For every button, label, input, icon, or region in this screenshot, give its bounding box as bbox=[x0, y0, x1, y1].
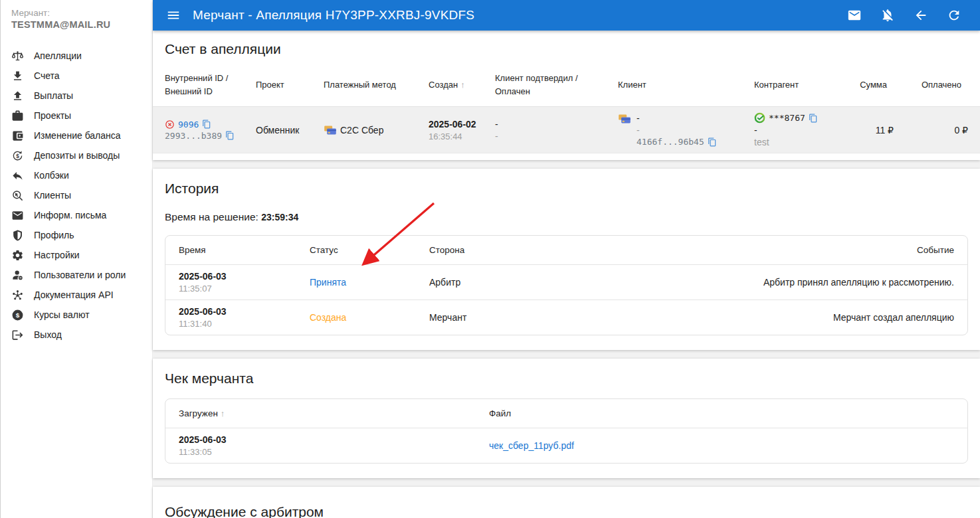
client-card-number: 4166f...96b45 bbox=[637, 137, 704, 147]
col-time: Время bbox=[179, 236, 310, 264]
sidebar-item-label: Документация API bbox=[34, 290, 114, 300]
wallet-icon bbox=[11, 130, 24, 142]
sidebar-item-label: Проекты bbox=[34, 110, 71, 121]
merchant-email: TESTMMA@MAIL.RU bbox=[1, 18, 152, 30]
copy-icon[interactable] bbox=[708, 137, 717, 147]
col-counterparty: Контрагент bbox=[754, 70, 847, 100]
copy-icon[interactable] bbox=[809, 114, 818, 123]
copy-icon[interactable] bbox=[225, 131, 235, 140]
sidebar-item-appeals[interactable]: Апелляции bbox=[1, 46, 152, 66]
sidebar-item-label: Информ. письма bbox=[34, 210, 106, 220]
history-section-title: История bbox=[165, 181, 968, 197]
payment-method-label: C2C Сбер bbox=[340, 125, 383, 135]
appbar-actions bbox=[847, 8, 967, 23]
menu-icon[interactable] bbox=[166, 8, 181, 23]
confirmed-cell: - - bbox=[495, 119, 618, 141]
sidebar-item-logout[interactable]: Выход bbox=[1, 325, 152, 345]
reply-icon bbox=[11, 169, 24, 182]
sidebar-item-users-roles[interactable]: Пользователи и роли bbox=[1, 265, 152, 285]
invoice-section: Счет в апелляции Внутренний ID /Внешний … bbox=[153, 31, 980, 160]
sidebar-item-balance-change[interactable]: Изменение баланса bbox=[1, 126, 152, 145]
history-row: 2025-06-0311:31:40 Создана Мерчант Мерча… bbox=[165, 300, 967, 335]
side-cell: Мерчант bbox=[429, 312, 575, 323]
sidebar-item-label: Пользователи и роли bbox=[34, 270, 126, 280]
side-cell: Арбитр bbox=[429, 277, 575, 288]
sidebar-item-projects[interactable]: Проекты bbox=[1, 106, 152, 126]
copy-icon[interactable] bbox=[202, 120, 211, 129]
currency-icon: $ bbox=[11, 309, 24, 321]
receipt-section: Чек мерчанта Загружен↑ Файл 2025-06-0311… bbox=[153, 359, 980, 478]
client-line2: - bbox=[637, 125, 717, 135]
currency-exchange-icon: $ bbox=[11, 149, 24, 162]
history-table-header: Время Статус Сторона Событие bbox=[165, 236, 967, 264]
sber-logo-icon bbox=[754, 112, 765, 124]
receipt-file-link[interactable]: чек_сбер_11руб.pdf bbox=[489, 440, 574, 451]
sidebar-item-label: Колбэки bbox=[34, 170, 69, 181]
back-icon[interactable] bbox=[914, 8, 928, 23]
main-area: Мерчант - Апелляция H7Y3PP-XXRBJ-9VKDFS … bbox=[153, 0, 980, 518]
sidebar-item-profile[interactable]: Профиль bbox=[1, 225, 152, 245]
receipt-row: 2025-06-0311:33:05 чек_сбер_11руб.pdf bbox=[165, 428, 967, 463]
project-cell: Обменник bbox=[256, 125, 324, 135]
upload-icon bbox=[11, 90, 24, 102]
amount-cell: 11 ₽ bbox=[847, 125, 894, 135]
external-id: 2993...b389 bbox=[165, 131, 222, 141]
col-side: Сторона bbox=[429, 236, 575, 264]
download-icon bbox=[11, 70, 24, 82]
refresh-icon[interactable] bbox=[947, 8, 961, 23]
mail-icon bbox=[11, 209, 24, 222]
invoice-id-cell: 9096 2993...b389 bbox=[165, 120, 256, 141]
invoice-table-header: Внутренний ID /Внешний ID Проект Платежн… bbox=[153, 64, 980, 106]
sidebar-item-label: Изменение баланса bbox=[34, 130, 121, 141]
mail-icon[interactable] bbox=[847, 8, 862, 23]
cancel-icon bbox=[165, 120, 175, 130]
col-internal-external-id: Внутренний ID /Внешний ID bbox=[165, 64, 256, 106]
appbar: Мерчант - Апелляция H7Y3PP-XXRBJ-9VKDFS bbox=[153, 0, 980, 31]
created-cell: 2025-06-02 16:35:44 bbox=[429, 119, 495, 141]
credit-card-icon bbox=[618, 114, 631, 124]
sidebar-item-invoices[interactable]: Счета bbox=[1, 66, 152, 86]
receipt-table: Загружен↑ Файл 2025-06-0311:33:05 чек_сб… bbox=[165, 398, 968, 464]
created-time: 16:35:44 bbox=[429, 131, 495, 141]
col-created[interactable]: Создан↑ bbox=[429, 70, 495, 100]
sidebar-item-api-docs[interactable]: Документация API bbox=[1, 285, 152, 305]
payment-method-cell: C2C Сбер bbox=[324, 124, 429, 135]
api-hub-icon bbox=[11, 289, 24, 302]
svg-text:$: $ bbox=[16, 152, 19, 159]
status-badge[interactable]: Принята bbox=[310, 277, 429, 288]
internal-id-link[interactable]: 9096 bbox=[178, 120, 199, 130]
sidebar: Мерчант: TESTMMA@MAIL.RU Апелляции Счета… bbox=[0, 0, 153, 518]
event-cell: Мерчант создал апелляцию bbox=[575, 312, 954, 323]
credit-card-icon bbox=[324, 125, 337, 135]
sidebar-item-label: Выплаты bbox=[34, 90, 73, 101]
history-section: История Время на решение: 23:59:34 Время… bbox=[153, 169, 980, 350]
sidebar-item-label: Выход bbox=[34, 329, 62, 340]
sidebar-item-label: Курсы валют bbox=[34, 309, 90, 320]
logout-icon bbox=[11, 329, 24, 341]
sidebar-item-label: Настройки bbox=[34, 250, 80, 260]
sidebar-item-payouts[interactable]: Выплаты bbox=[1, 86, 152, 106]
sidebar-nav: Апелляции Счета Выплаты Проекты Изменени… bbox=[1, 46, 152, 345]
scale-icon bbox=[11, 50, 24, 62]
sidebar-item-clients[interactable]: Клиенты bbox=[1, 185, 152, 205]
sidebar-item-callbacks[interactable]: Колбэки bbox=[1, 165, 152, 185]
client-search-icon bbox=[11, 189, 24, 202]
decision-time-value: 23:59:34 bbox=[261, 212, 298, 222]
svg-text:$: $ bbox=[16, 311, 20, 318]
sidebar-item-currency-rates[interactable]: $ Курсы валют bbox=[1, 305, 152, 325]
decision-time: Время на решение: 23:59:34 bbox=[165, 211, 968, 223]
col-client: Клиент bbox=[618, 70, 754, 100]
sidebar-item-settings[interactable]: Настройки bbox=[1, 245, 152, 265]
col-uploaded[interactable]: Загружен↑ bbox=[179, 399, 489, 428]
notifications-off-icon[interactable] bbox=[880, 8, 895, 23]
col-status: Статус bbox=[310, 236, 429, 264]
col-amount: Сумма bbox=[847, 70, 894, 100]
sort-asc-icon: ↑ bbox=[221, 408, 225, 418]
paid-cell: 0 ₽ bbox=[894, 125, 968, 135]
sidebar-item-info-letters[interactable]: Информ. письма bbox=[1, 205, 152, 225]
status-badge: Создана bbox=[310, 312, 429, 323]
counterparty-cell: ***8767 - test bbox=[754, 112, 847, 147]
counterparty-line2: - bbox=[754, 125, 847, 135]
receipt-table-header: Загружен↑ Файл bbox=[165, 399, 967, 428]
sidebar-item-deposits[interactable]: $ Депозиты и выводы bbox=[1, 145, 152, 165]
